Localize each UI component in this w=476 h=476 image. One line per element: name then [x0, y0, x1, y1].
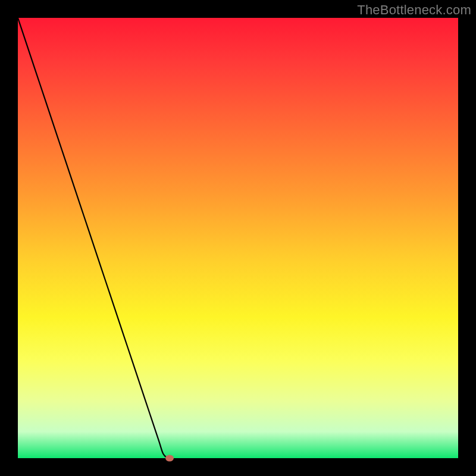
plot-area — [18, 18, 458, 458]
chart-frame: TheBottleneck.com — [0, 0, 476, 476]
optimum-marker — [165, 455, 174, 462]
watermark-text: TheBottleneck.com — [357, 2, 471, 18]
bottleneck-curve — [18, 18, 458, 458]
